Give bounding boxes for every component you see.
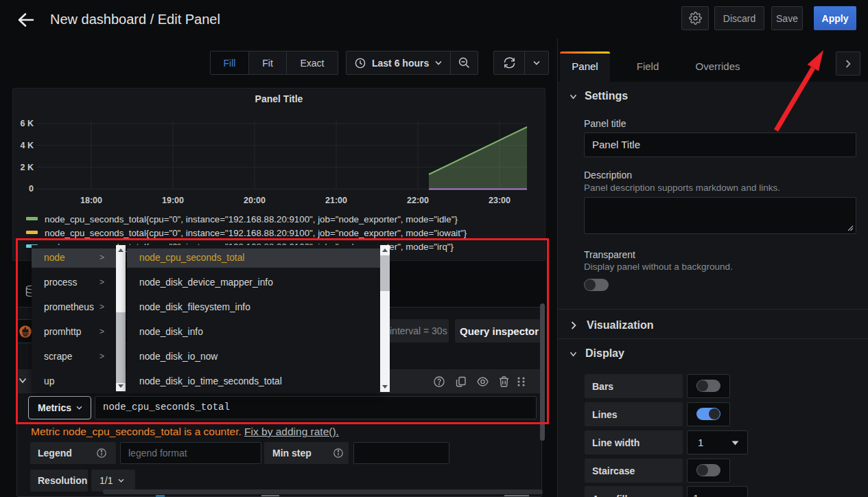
svg-text:21:00: 21:00 [325, 196, 347, 205]
svg-text:0: 0 [29, 184, 34, 194]
svg-text:2 K: 2 K [21, 163, 34, 172]
svg-text:19:00: 19:00 [162, 196, 184, 205]
svg-text:23:00: 23:00 [489, 196, 511, 205]
svg-text:18:00: 18:00 [80, 196, 102, 205]
svg-text:20:00: 20:00 [244, 196, 266, 205]
svg-text:4 K: 4 K [21, 141, 34, 150]
svg-text:6 K: 6 K [21, 119, 34, 128]
svg-text:22:00: 22:00 [407, 196, 429, 205]
